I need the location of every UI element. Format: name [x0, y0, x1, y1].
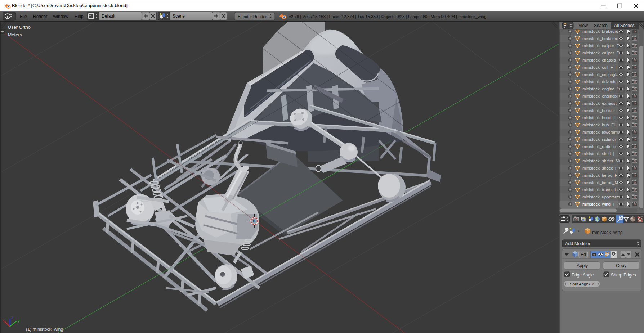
svg-text:ministock_engine_1: ministock_engine_1	[582, 87, 619, 91]
svg-text:ministock_brakedru: ministock_brakedru	[582, 29, 618, 33]
svg-text:ministock_coolingfa: ministock_coolingfa	[582, 72, 619, 77]
svg-text:Search: Search	[594, 23, 608, 28]
svg-text:ministock_shell |: ministock_shell |	[582, 152, 614, 156]
svg-text:ministock_header: ministock_header	[582, 108, 615, 113]
svg-text:ministock_caliper_F: ministock_caliper_F	[582, 44, 619, 48]
svg-text:ministock_radtube: ministock_radtube	[582, 144, 616, 149]
svg-text:x: x	[2, 318, 4, 323]
svg-text:ministock_upperarm: ministock_upperarm	[582, 195, 620, 199]
svg-text:Add Modifier: Add Modifier	[565, 241, 590, 246]
svg-text:Ed: Ed	[581, 252, 586, 257]
svg-text:ministock_shock_F: ministock_shock_F	[582, 166, 618, 170]
svg-text:Default: Default	[102, 14, 116, 19]
svg-text:Split Angl:73°: Split Angl:73°	[570, 282, 595, 286]
svg-text:ministock_tierod_F: ministock_tierod_F	[582, 173, 617, 177]
svg-text:Blender Render: Blender Render	[238, 14, 267, 19]
svg-text:View: View	[578, 23, 588, 28]
svg-text:Scene: Scene	[173, 14, 185, 19]
svg-text:Apply: Apply	[577, 263, 588, 268]
svg-text:ministock_shifter_M: ministock_shifter_M	[582, 159, 619, 163]
svg-text:ministock_coil_F |: ministock_coil_F |	[582, 65, 616, 69]
svg-text:Copy: Copy	[616, 263, 627, 268]
svg-text:All Scenes: All Scenes	[614, 23, 635, 28]
svg-text:(1) ministock_wing: (1) ministock_wing	[26, 327, 63, 332]
svg-text:z: z	[11, 315, 13, 320]
svg-text:ministock_lowerarm: ministock_lowerarm	[582, 130, 619, 134]
svg-text:Edge Angle: Edge Angle	[572, 273, 594, 278]
svg-text:User Ortho: User Ortho	[8, 24, 31, 30]
svg-text:ministock_tierod_M: ministock_tierod_M	[582, 180, 618, 185]
svg-text:ministock_radiator: ministock_radiator	[582, 137, 616, 141]
svg-text:ministock_caliper_F: ministock_caliper_F	[582, 51, 619, 55]
svg-text:ministock_brakedru: ministock_brakedru	[582, 36, 618, 41]
svg-text:ministock_drivesha: ministock_drivesha	[582, 80, 618, 84]
svg-text:ministock_chassis: ministock_chassis	[582, 58, 616, 62]
svg-text:Meters: Meters	[8, 32, 22, 37]
svg-text:ministock_wing |: ministock_wing |	[582, 202, 614, 206]
svg-text:ministock_hood |: ministock_hood |	[582, 116, 614, 120]
svg-text:ministock_enginebl: ministock_enginebl	[582, 94, 618, 98]
svg-text:ministock_exhaust: ministock_exhaust	[582, 101, 617, 105]
svg-text:ministock_transmis: ministock_transmis	[582, 188, 618, 192]
svg-text:ministock_wing: ministock_wing	[592, 230, 623, 235]
svg-text:y: y	[18, 318, 20, 323]
svg-text:Sharp Edges: Sharp Edges	[611, 273, 636, 278]
svg-text:ministock_hub_FL: ministock_hub_FL	[582, 123, 616, 127]
